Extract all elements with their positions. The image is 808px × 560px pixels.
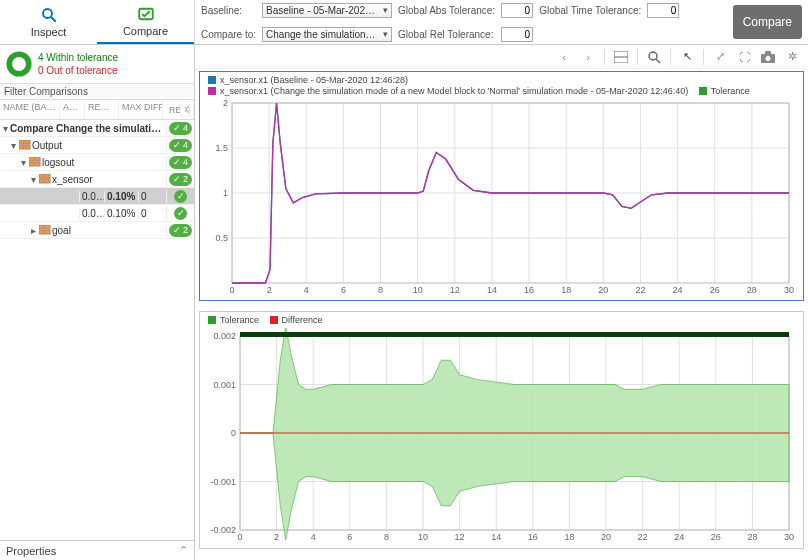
toggle-icon[interactable]: ▾ bbox=[8, 140, 18, 151]
svg-text:22: 22 bbox=[635, 285, 645, 295]
col-rel[interactable]: RE… bbox=[85, 100, 119, 119]
svg-rect-16 bbox=[39, 225, 44, 229]
sidebar: 4 Within tolerance 0 Out of tolerance Fi… bbox=[0, 45, 195, 560]
signal-group-icon bbox=[18, 140, 32, 150]
camera-icon[interactable] bbox=[760, 49, 776, 65]
svg-rect-10 bbox=[29, 162, 34, 166]
toolbar: Baseline: Compare to: Baseline - 05-Mar-… bbox=[195, 0, 808, 44]
result-badge: 2 bbox=[169, 173, 192, 186]
legend-label: Tolerance bbox=[711, 86, 750, 96]
filter-label[interactable]: Filter Comparisons bbox=[0, 83, 194, 100]
svg-point-0 bbox=[43, 9, 52, 18]
tree-goal[interactable]: ▸ goal 2 bbox=[0, 222, 194, 239]
svg-text:16: 16 bbox=[528, 532, 538, 542]
gear-icon[interactable]: ✲ bbox=[181, 102, 190, 117]
tree-signal-row[interactable]: 0.0… 0.10% 0 bbox=[0, 205, 194, 222]
signal-chart[interactable]: x_sensor.x1 (Baseline - 05-Mar-2020 12:4… bbox=[199, 71, 804, 301]
svg-text:14: 14 bbox=[491, 532, 501, 542]
svg-text:-0.001: -0.001 bbox=[210, 477, 236, 487]
col-abs[interactable]: A… bbox=[60, 100, 85, 119]
svg-text:10: 10 bbox=[418, 532, 428, 542]
tree-signal-row[interactable]: 0.0… 0.10% 0 bbox=[0, 188, 194, 205]
toggle-icon[interactable]: ▸ bbox=[28, 225, 38, 236]
toggle-icon[interactable]: ▾ bbox=[18, 157, 28, 168]
svg-text:30: 30 bbox=[784, 285, 794, 295]
legend-swatch bbox=[208, 87, 216, 95]
tree-xsensor[interactable]: ▾ x_sensor 2 bbox=[0, 171, 194, 188]
plot-svg: 0246810121416182022242628300.511.52 bbox=[200, 99, 795, 297]
svg-text:0: 0 bbox=[229, 285, 234, 295]
svg-rect-18 bbox=[39, 230, 44, 234]
fit-icon[interactable]: ⤢ bbox=[712, 49, 728, 65]
svg-rect-5 bbox=[25, 140, 30, 144]
svg-rect-19 bbox=[45, 230, 50, 234]
toggle-icon[interactable]: ▾ bbox=[28, 174, 38, 185]
layout-icon[interactable] bbox=[613, 49, 629, 65]
col-res[interactable]: RESULT✲ bbox=[163, 100, 194, 119]
svg-text:24: 24 bbox=[674, 532, 684, 542]
nav-prev-icon[interactable]: ‹ bbox=[556, 49, 572, 65]
baseline-select[interactable]: Baseline - 05-Mar-2020 12:46:28 bbox=[262, 3, 392, 18]
tree-output[interactable]: ▾ Output 4 bbox=[0, 137, 194, 154]
toggle-icon[interactable]: ▾ bbox=[0, 123, 10, 134]
greltol-input[interactable] bbox=[501, 27, 533, 42]
legend-label: Difference bbox=[282, 315, 323, 325]
svg-rect-4 bbox=[19, 140, 24, 144]
svg-text:2: 2 bbox=[223, 99, 228, 108]
tree-root[interactable]: ▾ Compare Change the simulation … 4 bbox=[0, 120, 194, 137]
svg-point-22 bbox=[649, 52, 657, 60]
svg-text:8: 8 bbox=[384, 532, 389, 542]
chevron-up-icon: ⌃ bbox=[179, 544, 188, 557]
tab-inspect[interactable]: Inspect bbox=[0, 0, 97, 44]
gear-icon[interactable]: ✲ bbox=[784, 49, 800, 65]
svg-rect-15 bbox=[45, 179, 50, 183]
svg-text:18: 18 bbox=[564, 532, 574, 542]
col-name[interactable]: NAME (BA… bbox=[0, 100, 60, 119]
svg-text:12: 12 bbox=[450, 285, 460, 295]
svg-point-26 bbox=[766, 56, 771, 61]
svg-rect-12 bbox=[39, 174, 44, 178]
difference-chart[interactable]: Tolerance Difference 0246810121416182022… bbox=[199, 311, 804, 549]
expand-icon[interactable]: ⛶ bbox=[736, 49, 752, 65]
gabstol-label: Global Abs Tolerance: bbox=[398, 5, 495, 16]
svg-text:30: 30 bbox=[784, 532, 794, 542]
compare-button[interactable]: Compare bbox=[733, 5, 802, 39]
zoom-icon[interactable] bbox=[646, 49, 662, 65]
tab-compare-label: Compare bbox=[123, 25, 168, 37]
nav-next-icon[interactable]: › bbox=[580, 49, 596, 65]
tab-compare[interactable]: Compare bbox=[97, 0, 194, 44]
result-badge: 2 bbox=[169, 224, 192, 237]
svg-text:1.5: 1.5 bbox=[215, 143, 228, 153]
within-tolerance-text: 4 Within tolerance bbox=[38, 51, 118, 64]
svg-point-3 bbox=[9, 54, 29, 74]
col-max[interactable]: MAX DIFF bbox=[119, 100, 163, 119]
svg-text:24: 24 bbox=[673, 285, 683, 295]
svg-rect-17 bbox=[45, 225, 50, 229]
result-badge: 4 bbox=[169, 139, 192, 152]
svg-text:2: 2 bbox=[267, 285, 272, 295]
svg-text:10: 10 bbox=[413, 285, 423, 295]
svg-rect-7 bbox=[25, 145, 30, 149]
tab-inspect-label: Inspect bbox=[31, 26, 66, 38]
summary: 4 Within tolerance 0 Out of tolerance bbox=[0, 45, 194, 83]
svg-rect-25 bbox=[765, 51, 771, 55]
svg-rect-13 bbox=[45, 174, 50, 178]
svg-text:0.001: 0.001 bbox=[213, 380, 236, 390]
main-panel: ‹ › ↖ ⤢ ⛶ ✲ x_sensor.x1 (Baseline - 05-M… bbox=[195, 45, 808, 560]
gabstol-input[interactable] bbox=[501, 3, 533, 18]
plot-toolbar: ‹ › ↖ ⤢ ⛶ ✲ bbox=[195, 45, 808, 69]
baseline-label: Baseline: bbox=[201, 5, 242, 16]
svg-text:20: 20 bbox=[601, 532, 611, 542]
compareto-select[interactable]: Change the simulation mode of a bbox=[262, 27, 392, 42]
svg-text:2: 2 bbox=[274, 532, 279, 542]
out-tolerance-text: 0 Out of tolerance bbox=[38, 64, 118, 77]
gtimetol-input[interactable] bbox=[647, 3, 679, 18]
cursor-icon[interactable]: ↖ bbox=[679, 49, 695, 65]
properties-header[interactable]: Properties ⌃ bbox=[0, 540, 194, 560]
svg-rect-111 bbox=[240, 332, 789, 337]
legend-label: x_sensor.x1 (Change the simulation mode … bbox=[220, 86, 688, 96]
gtimetol-label: Global Time Tolerance: bbox=[539, 5, 641, 16]
tree-logsout[interactable]: ▾ logsout 4 bbox=[0, 154, 194, 171]
svg-text:-0.002: -0.002 bbox=[210, 525, 236, 535]
greltol-label: Global Rel Tolerance: bbox=[398, 29, 493, 40]
